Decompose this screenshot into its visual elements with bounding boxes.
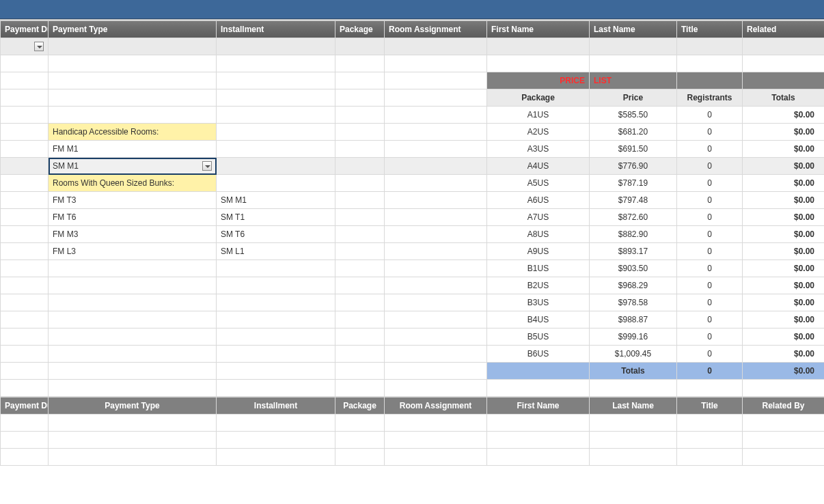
cell[interactable] [385,141,487,158]
cell[interactable] [49,277,217,294]
cell[interactable] [385,449,487,466]
cell[interactable] [1,55,49,72]
price-pkg[interactable]: A4US [487,158,590,175]
cell[interactable] [217,55,335,72]
price-price[interactable]: $1,009.45 [590,346,677,363]
col2-room-assignment[interactable]: Room Assignment [385,397,487,415]
price-tot[interactable]: $0.00 [743,346,825,363]
price-price[interactable]: $988.87 [590,311,677,328]
cell[interactable] [590,380,677,397]
cell[interactable] [335,328,385,346]
filter-last-name[interactable] [590,38,677,55]
cell[interactable] [49,294,217,311]
price-tot[interactable]: $0.00 [743,192,825,209]
price-pkg[interactable]: B2US [487,277,590,294]
price-reg[interactable]: 0 [677,209,743,226]
filter-installment[interactable] [217,38,335,55]
cell[interactable] [385,158,487,175]
cell[interactable] [1,158,49,175]
cell[interactable] [335,141,385,158]
cell[interactable] [487,55,590,72]
price-price[interactable]: $691.50 [590,141,677,158]
col-payment-type[interactable]: Payment Type [49,21,217,38]
cell[interactable] [335,346,385,363]
filter-title[interactable] [677,38,743,55]
col2-installment[interactable]: Installment [217,397,335,415]
cell[interactable] [487,432,590,449]
price-reg[interactable]: 0 [677,294,743,311]
price-price[interactable]: $787.19 [590,175,677,192]
cell[interactable] [385,226,487,243]
col-title[interactable]: Title [677,21,743,38]
price-price[interactable]: $978.58 [590,294,677,311]
cell[interactable] [217,175,335,192]
cell[interactable] [335,226,385,243]
cell[interactable] [487,449,590,466]
price-pkg[interactable]: B1US [487,260,590,277]
price-pkg[interactable]: A3US [487,141,590,158]
cell[interactable] [1,328,49,346]
dropdown-icon[interactable] [34,42,44,51]
cell[interactable] [217,363,335,380]
col2-title[interactable]: Title [677,397,743,415]
cell[interactable] [677,415,743,432]
cell[interactable] [590,432,677,449]
cell[interactable]: FM T3 [49,192,217,209]
cell[interactable] [743,55,825,72]
price-pkg[interactable]: A6US [487,192,590,209]
cell[interactable] [49,89,217,107]
cell[interactable] [1,260,49,277]
cell[interactable] [217,72,335,89]
cell-selected-dropdown[interactable]: SM M1 [49,158,217,175]
price-reg[interactable]: 0 [677,226,743,243]
cell[interactable] [385,311,487,328]
price-tot[interactable]: $0.00 [743,107,825,124]
price-pkg[interactable]: A5US [487,175,590,192]
cell[interactable] [1,432,49,449]
cell[interactable]: FM M1 [49,141,217,158]
cell[interactable] [385,432,487,449]
cell[interactable] [217,311,335,328]
cell[interactable] [385,175,487,192]
cell[interactable] [385,192,487,209]
cell[interactable] [335,277,385,294]
price-reg[interactable]: 0 [677,328,743,346]
price-tot[interactable]: $0.00 [743,294,825,311]
cell[interactable] [335,55,385,72]
cell[interactable] [49,260,217,277]
cell[interactable] [385,243,487,260]
cell[interactable] [335,158,385,175]
cell[interactable] [217,107,335,124]
filter-payment-due[interactable] [1,38,49,55]
filter-package[interactable] [335,38,385,55]
col2-package[interactable]: Package [335,397,385,415]
price-tot[interactable]: $0.00 [743,243,825,260]
cell[interactable] [49,72,217,89]
cell[interactable]: FM M3 [49,226,217,243]
price-pkg[interactable]: B5US [487,328,590,346]
price-reg[interactable]: 0 [677,124,743,141]
price-tot[interactable]: $0.00 [743,277,825,294]
cell[interactable] [335,449,385,466]
price-price[interactable]: $968.29 [590,277,677,294]
cell[interactable] [217,432,335,449]
cell[interactable] [1,209,49,226]
cell[interactable] [217,124,335,141]
cell[interactable] [335,432,385,449]
cell[interactable] [49,449,217,466]
cell[interactable] [49,107,217,124]
cell[interactable] [335,311,385,328]
cell[interactable]: SM L1 [217,243,335,260]
cell[interactable]: FM T6 [49,209,217,226]
cell[interactable] [335,72,385,89]
cell[interactable] [385,124,487,141]
cell[interactable] [385,277,487,294]
cell[interactable] [49,363,217,380]
price-tot[interactable]: $0.00 [743,260,825,277]
cell[interactable] [487,415,590,432]
cell[interactable] [590,415,677,432]
col2-payment-type[interactable]: Payment Type [49,397,217,415]
price-reg[interactable]: 0 [677,260,743,277]
cell[interactable] [1,107,49,124]
price-price[interactable]: $872.60 [590,209,677,226]
